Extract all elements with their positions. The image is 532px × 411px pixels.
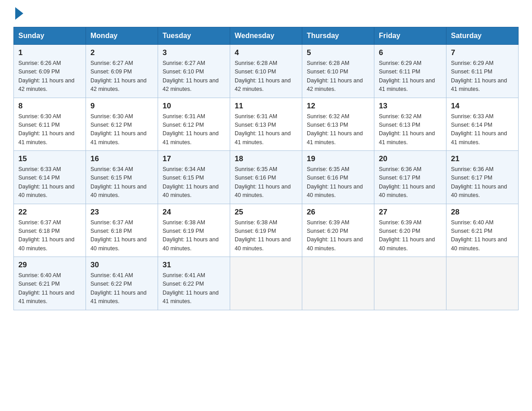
calendar-day-cell: 30Sunrise: 6:41 AMSunset: 6:22 PMDayligh… [86,257,158,310]
calendar-week-row: 22Sunrise: 6:37 AMSunset: 6:18 PMDayligh… [14,204,519,257]
day-info: Sunrise: 6:37 AMSunset: 6:18 PMDaylight:… [18,218,81,253]
day-number: 9 [90,102,153,111]
day-number: 6 [379,48,442,57]
day-number: 27 [379,208,442,217]
day-info: Sunrise: 6:37 AMSunset: 6:18 PMDaylight:… [90,218,153,253]
calendar-day-cell [302,257,374,310]
day-number: 22 [18,208,81,217]
calendar-day-cell: 10Sunrise: 6:31 AMSunset: 6:12 PMDayligh… [158,98,230,151]
day-info: Sunrise: 6:27 AMSunset: 6:10 PMDaylight:… [163,59,225,94]
day-info: Sunrise: 6:34 AMSunset: 6:15 PMDaylight:… [163,165,225,200]
day-info: Sunrise: 6:38 AMSunset: 6:19 PMDaylight:… [235,218,297,253]
day-info: Sunrise: 6:40 AMSunset: 6:21 PMDaylight:… [18,271,81,306]
calendar-day-cell: 27Sunrise: 6:39 AMSunset: 6:20 PMDayligh… [374,204,446,257]
day-number: 14 [451,102,514,111]
day-info: Sunrise: 6:40 AMSunset: 6:21 PMDaylight:… [451,218,514,253]
day-number: 16 [90,154,153,163]
day-number: 24 [163,208,225,217]
col-friday: Friday [374,27,446,45]
col-monday: Monday [86,27,158,45]
day-number: 2 [90,48,153,57]
calendar-day-cell: 26Sunrise: 6:39 AMSunset: 6:20 PMDayligh… [302,204,374,257]
calendar-table: Sunday Monday Tuesday Wednesday Thursday… [13,27,519,310]
calendar-week-row: 8Sunrise: 6:30 AMSunset: 6:11 PMDaylight… [14,98,519,151]
calendar-day-cell: 5Sunrise: 6:28 AMSunset: 6:10 PMDaylight… [302,45,374,98]
calendar-day-cell: 9Sunrise: 6:30 AMSunset: 6:12 PMDaylight… [86,98,158,151]
day-number: 17 [163,154,225,163]
calendar-day-cell: 20Sunrise: 6:36 AMSunset: 6:17 PMDayligh… [374,151,446,204]
day-info: Sunrise: 6:39 AMSunset: 6:20 PMDaylight:… [307,218,369,253]
day-number: 3 [163,48,225,57]
calendar-header: Sunday Monday Tuesday Wednesday Thursday… [14,27,519,45]
calendar-day-cell: 1Sunrise: 6:26 AMSunset: 6:09 PMDaylight… [14,45,86,98]
calendar-day-cell: 8Sunrise: 6:30 AMSunset: 6:11 PMDaylight… [14,98,86,151]
day-info: Sunrise: 6:33 AMSunset: 6:14 PMDaylight:… [18,165,81,200]
day-info: Sunrise: 6:32 AMSunset: 6:13 PMDaylight:… [379,112,442,147]
day-info: Sunrise: 6:38 AMSunset: 6:19 PMDaylight:… [163,218,225,253]
day-info: Sunrise: 6:31 AMSunset: 6:12 PMDaylight:… [163,112,225,147]
calendar-day-cell: 12Sunrise: 6:32 AMSunset: 6:13 PMDayligh… [302,98,374,151]
day-number: 8 [18,102,81,111]
calendar-day-cell: 6Sunrise: 6:29 AMSunset: 6:11 PMDaylight… [374,45,446,98]
col-wednesday: Wednesday [230,27,302,45]
day-info: Sunrise: 6:33 AMSunset: 6:14 PMDaylight:… [451,112,514,147]
header-row: Sunday Monday Tuesday Wednesday Thursday… [14,27,519,45]
day-number: 1 [18,48,81,57]
calendar-day-cell: 23Sunrise: 6:37 AMSunset: 6:18 PMDayligh… [86,204,158,257]
calendar-week-row: 15Sunrise: 6:33 AMSunset: 6:14 PMDayligh… [14,151,519,204]
day-info: Sunrise: 6:29 AMSunset: 6:11 PMDaylight:… [451,59,514,94]
day-info: Sunrise: 6:28 AMSunset: 6:10 PMDaylight:… [307,59,369,94]
calendar-day-cell: 14Sunrise: 6:33 AMSunset: 6:14 PMDayligh… [446,98,519,151]
logo [13,9,23,18]
calendar-body: 1Sunrise: 6:26 AMSunset: 6:09 PMDaylight… [14,45,519,310]
day-number: 30 [90,261,153,270]
calendar-week-row: 29Sunrise: 6:40 AMSunset: 6:21 PMDayligh… [14,257,519,310]
day-number: 25 [235,208,297,217]
day-info: Sunrise: 6:32 AMSunset: 6:13 PMDaylight:… [307,112,369,147]
day-number: 19 [307,154,369,163]
day-number: 11 [235,102,297,111]
day-number: 28 [451,208,514,217]
day-number: 18 [235,154,297,163]
calendar-day-cell: 2Sunrise: 6:27 AMSunset: 6:09 PMDaylight… [86,45,158,98]
calendar-day-cell: 3Sunrise: 6:27 AMSunset: 6:10 PMDaylight… [158,45,230,98]
day-info: Sunrise: 6:29 AMSunset: 6:11 PMDaylight:… [379,59,442,94]
day-info: Sunrise: 6:27 AMSunset: 6:09 PMDaylight:… [90,59,153,94]
calendar-day-cell: 29Sunrise: 6:40 AMSunset: 6:21 PMDayligh… [14,257,86,310]
calendar-day-cell: 4Sunrise: 6:28 AMSunset: 6:10 PMDaylight… [230,45,302,98]
calendar-day-cell: 18Sunrise: 6:35 AMSunset: 6:16 PMDayligh… [230,151,302,204]
day-number: 7 [451,48,514,57]
col-tuesday: Tuesday [158,27,230,45]
calendar-day-cell: 31Sunrise: 6:41 AMSunset: 6:22 PMDayligh… [158,257,230,310]
calendar-day-cell [446,257,519,310]
day-number: 26 [307,208,369,217]
calendar-day-cell: 17Sunrise: 6:34 AMSunset: 6:15 PMDayligh… [158,151,230,204]
calendar-day-cell: 25Sunrise: 6:38 AMSunset: 6:19 PMDayligh… [230,204,302,257]
day-info: Sunrise: 6:35 AMSunset: 6:16 PMDaylight:… [307,165,369,200]
day-number: 23 [90,208,153,217]
day-info: Sunrise: 6:35 AMSunset: 6:16 PMDaylight:… [235,165,297,200]
col-saturday: Saturday [446,27,519,45]
calendar-day-cell: 21Sunrise: 6:36 AMSunset: 6:17 PMDayligh… [446,151,519,204]
day-info: Sunrise: 6:39 AMSunset: 6:20 PMDaylight:… [379,218,442,253]
day-info: Sunrise: 6:41 AMSunset: 6:22 PMDaylight:… [163,271,225,306]
calendar-day-cell: 11Sunrise: 6:31 AMSunset: 6:13 PMDayligh… [230,98,302,151]
calendar-day-cell: 15Sunrise: 6:33 AMSunset: 6:14 PMDayligh… [14,151,86,204]
day-info: Sunrise: 6:34 AMSunset: 6:15 PMDaylight:… [90,165,153,200]
day-number: 10 [163,102,225,111]
logo-arrow-icon [15,7,23,20]
day-number: 12 [307,102,369,111]
calendar-day-cell [374,257,446,310]
day-info: Sunrise: 6:36 AMSunset: 6:17 PMDaylight:… [451,165,514,200]
day-number: 31 [163,261,225,270]
calendar-day-cell: 28Sunrise: 6:40 AMSunset: 6:21 PMDayligh… [446,204,519,257]
calendar-day-cell: 16Sunrise: 6:34 AMSunset: 6:15 PMDayligh… [86,151,158,204]
calendar-day-cell: 24Sunrise: 6:38 AMSunset: 6:19 PMDayligh… [158,204,230,257]
page-header [13,9,519,18]
calendar-day-cell: 22Sunrise: 6:37 AMSunset: 6:18 PMDayligh… [14,204,86,257]
day-info: Sunrise: 6:41 AMSunset: 6:22 PMDaylight:… [90,271,153,306]
calendar-day-cell: 7Sunrise: 6:29 AMSunset: 6:11 PMDaylight… [446,45,519,98]
calendar-week-row: 1Sunrise: 6:26 AMSunset: 6:09 PMDaylight… [14,45,519,98]
day-number: 4 [235,48,297,57]
day-number: 13 [379,102,442,111]
